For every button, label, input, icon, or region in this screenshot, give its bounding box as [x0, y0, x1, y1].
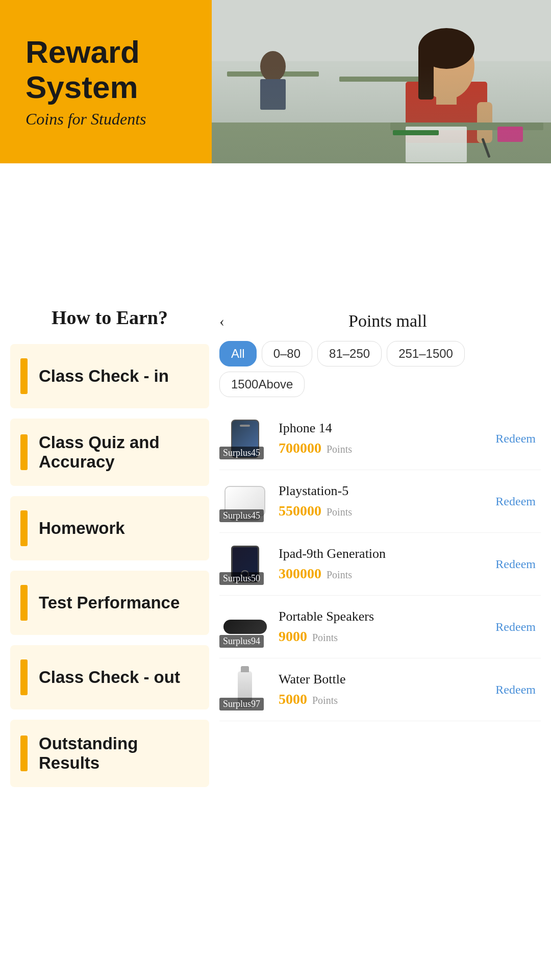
points-mall-title: Points mall [235, 311, 541, 331]
product-name-ipad: Ipad-9th Generation [279, 546, 490, 561]
back-button[interactable]: ‹ [219, 312, 224, 330]
product-price-row-ipad: 300000 Points [279, 566, 490, 582]
product-name-ps5: Playstation-5 [279, 483, 490, 499]
svg-rect-6 [260, 79, 286, 110]
product-image-wrap-ipad: Surplus50 [219, 541, 270, 587]
earn-bar-checkin [20, 358, 28, 394]
filter-251-1500[interactable]: 251–1500 [387, 341, 465, 366]
header-title: Reward System [26, 35, 186, 104]
earn-bar-test [20, 585, 28, 621]
product-item-iphone: Surplus45 Iphone 14 700000 Points Redeem [219, 407, 541, 470]
product-price-iphone: 700000 [279, 440, 321, 456]
product-name-iphone: Iphone 14 [279, 421, 490, 436]
filter-row: All 0–80 81–250 251–1500 1500Above [219, 341, 541, 397]
svg-rect-10 [418, 48, 434, 100]
product-info-ipad: Ipad-9th Generation 300000 Points [279, 546, 490, 582]
filter-all[interactable]: All [219, 341, 257, 366]
product-list: Surplus45 Iphone 14 700000 Points Redeem [219, 407, 541, 721]
earn-bar-homework [20, 510, 28, 546]
product-price-label-speakers: Points [312, 632, 338, 643]
product-item-ps5: Surplus45 Playstation-5 550000 Points Re… [219, 470, 541, 533]
product-price-speakers: 9000 [279, 628, 307, 644]
svg-rect-11 [436, 94, 457, 105]
svg-rect-12 [477, 102, 492, 143]
product-price-row-speakers: 9000 Points [279, 628, 490, 645]
product-info-bottle: Water Bottle 5000 Points [279, 672, 490, 707]
earn-item-checkout: Class Check - out [10, 645, 209, 709]
product-price-label-ipad: Points [327, 569, 352, 580]
header-image [212, 0, 551, 163]
earn-label-checkout: Class Check - out [39, 668, 180, 687]
product-price-label-bottle: Points [312, 695, 338, 706]
svg-rect-13 [390, 122, 543, 130]
earn-bar-outstanding [20, 736, 28, 771]
redeem-button-speakers[interactable]: Redeem [490, 617, 541, 637]
product-image-wrap-iphone: Surplus45 [219, 415, 270, 461]
earn-bar-quiz [20, 434, 28, 470]
speaker-icon [223, 620, 267, 634]
main-content: How to Earn? Class Check - in Class Quiz… [0, 306, 551, 797]
svg-rect-15 [497, 127, 523, 142]
product-price-row-bottle: 5000 Points [279, 691, 490, 707]
earn-label-outstanding: Outstanding Results [39, 734, 199, 773]
svg-rect-17 [481, 138, 490, 158]
filter-81-250[interactable]: 81–250 [317, 341, 382, 366]
earn-label-homework: Homework [39, 519, 125, 538]
svg-point-5 [260, 51, 286, 82]
product-info-speakers: Portable Speakers 9000 Points [279, 609, 490, 645]
product-item-ipad: Surplus50 Ipad-9th Generation 300000 Poi… [219, 533, 541, 596]
filter-1500above[interactable]: 1500Above [219, 372, 305, 397]
product-name-bottle: Water Bottle [279, 672, 490, 687]
product-image-wrap-ps5: Surplus45 [219, 478, 270, 524]
product-price-ipad: 300000 [279, 566, 321, 581]
header-left: Reward System Coins for Students [0, 0, 212, 163]
product-price-row-ps5: 550000 Points [279, 503, 490, 519]
spacer [0, 163, 551, 306]
product-price-label-ps5: Points [327, 506, 352, 518]
header-subtitle: Coins for Students [26, 110, 186, 129]
svg-rect-4 [339, 77, 441, 82]
product-image-wrap-bottle: Surplus97 [219, 667, 270, 713]
product-price-ps5: 550000 [279, 503, 321, 519]
redeem-button-bottle[interactable]: Redeem [490, 680, 541, 700]
surplus-badge-ps5: Surplus45 [219, 509, 264, 522]
left-column: How to Earn? Class Check - in Class Quiz… [10, 306, 209, 797]
product-info-iphone: Iphone 14 700000 Points [279, 421, 490, 456]
svg-rect-1 [212, 0, 551, 61]
redeem-button-ipad[interactable]: Redeem [490, 554, 541, 574]
surplus-badge-ipad: Surplus50 [219, 572, 264, 585]
earn-item-checkin: Class Check - in [10, 344, 209, 408]
product-price-label-iphone: Points [327, 444, 352, 455]
product-info-ps5: Playstation-5 550000 Points [279, 483, 490, 519]
svg-rect-7 [406, 82, 487, 143]
earn-label-test: Test Performance [39, 593, 180, 612]
earn-item-outstanding: Outstanding Results [10, 720, 209, 787]
surplus-badge-speakers: Surplus94 [219, 635, 264, 648]
classroom-illustration [212, 0, 551, 163]
points-mall-header: ‹ Points mall [219, 306, 541, 341]
earn-label-quiz: Class Quiz and Accuracy [39, 433, 199, 472]
svg-rect-14 [406, 127, 467, 162]
product-price-bottle: 5000 [279, 691, 307, 707]
product-item-bottle: Surplus97 Water Bottle 5000 Points Redee… [219, 658, 541, 721]
product-image-wrap-speakers: Surplus94 [219, 604, 270, 650]
earn-bar-checkout [20, 659, 28, 695]
redeem-button-ps5[interactable]: Redeem [490, 492, 541, 511]
svg-rect-2 [212, 122, 551, 163]
right-column: ‹ Points mall All 0–80 81–250 251–1500 1… [219, 306, 541, 797]
classroom-background [212, 0, 551, 163]
svg-rect-3 [227, 71, 319, 77]
product-price-row-iphone: 700000 Points [279, 440, 490, 456]
earn-item-homework: Homework [10, 496, 209, 560]
earn-label-checkin: Class Check - in [39, 366, 169, 386]
product-item-speakers: Surplus94 Portable Speakers 9000 Points … [219, 596, 541, 658]
header-section: Reward System Coins for Students [0, 0, 551, 163]
product-name-speakers: Portable Speakers [279, 609, 490, 624]
svg-rect-16 [393, 130, 439, 135]
earn-item-test: Test Performance [10, 571, 209, 635]
filter-0-80[interactable]: 0–80 [262, 341, 312, 366]
how-to-earn-title: How to Earn? [10, 306, 209, 329]
earn-item-quiz: Class Quiz and Accuracy [10, 419, 209, 486]
redeem-button-iphone[interactable]: Redeem [490, 429, 541, 449]
surplus-badge-bottle: Surplus97 [219, 698, 264, 710]
